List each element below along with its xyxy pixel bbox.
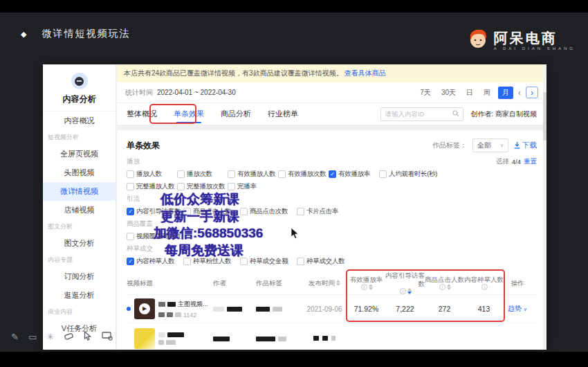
metric-checkbox-seeding-users[interactable]: 内容种草人数 <box>127 257 183 266</box>
table-row[interactable]: ▶ 主图视频... 1142 2021-09-06 71.92% 7,222 2… <box>127 295 537 323</box>
redacted-text <box>175 312 181 317</box>
quick-7days-button[interactable]: 7天 <box>417 87 434 99</box>
quick-day-button[interactable]: 日 <box>463 87 476 99</box>
checkbox-box <box>240 258 248 265</box>
col-product-clicks[interactable]: 商品点击人数i <box>425 276 464 290</box>
prev-period-button[interactable]: ‹ <box>518 88 521 98</box>
brand-name: 阿呆电商 <box>494 30 576 46</box>
metric-checkbox[interactable]: 人均观看时长(秒) <box>379 170 537 179</box>
settings-icon[interactable]: ✳ <box>46 332 54 343</box>
info-icon[interactable]: i <box>481 284 488 290</box>
screen-share-icon[interactable] <box>102 331 113 343</box>
metric-checkbox[interactable]: 卡片点击率 <box>297 207 537 216</box>
trend-link[interactable]: 趋势 ∨ <box>504 304 531 314</box>
sidebar: 内容分析 内容概况 短视频分析 全屏页视频 头图视频 微详情视频 店铺视频 图文… <box>43 64 116 350</box>
sidebar-item-subscription-analysis[interactable]: 订阅分析 <box>43 267 116 286</box>
metric-checkbox[interactable]: 有效播放人数 <box>228 170 278 179</box>
view-products-link[interactable]: 查看具体商品 <box>344 69 386 78</box>
sidebar-item-guangguang-analysis[interactable]: 逛逛分析 <box>43 286 116 305</box>
col-publish-date[interactable]: 发布时间 <box>302 279 347 287</box>
reset-link[interactable]: 重置 <box>524 157 537 166</box>
redacted-text <box>158 340 164 345</box>
scrollbar-thumb[interactable] <box>543 92 546 141</box>
quick-30days-button[interactable]: 30天 <box>439 87 459 99</box>
tab-industry-ranking[interactable]: 行业榜单 <box>268 103 298 125</box>
metric-checkbox[interactable]: 种草粉丝人数 <box>183 257 240 266</box>
seeding-users-value: 413 <box>464 305 504 313</box>
view-count: 1142 <box>183 312 196 319</box>
coverage-group-header: 商品覆盖 <box>127 220 537 229</box>
sidebar-item-image-text-analysis[interactable]: 图文分析 <box>43 234 116 253</box>
metric-checkbox[interactable]: 商品点击人数 <box>183 207 240 216</box>
pen-icon[interactable]: ✎ <box>11 332 19 343</box>
metric-checkbox[interactable]: 播放次数 <box>177 170 228 179</box>
date-range-value[interactable]: 2022-04-01 ~ 2022-04-30 <box>157 89 236 96</box>
sidebar-item-fullscreen-video[interactable]: 全屏页视频 <box>43 145 116 163</box>
col-content-visitors[interactable]: 内容引导访客数i <box>385 271 425 294</box>
metric-checkbox[interactable]: 完整播放人数 <box>127 182 177 191</box>
tabs-bar: 整体概况 单条效果 商品分析 行业榜单 创作者: 商家自制视频 <box>117 103 546 125</box>
search-input[interactable] <box>385 110 452 118</box>
conversion-metrics-row: 内容种草人数 种草粉丝人数 种草成交金额 种草成交人数 <box>127 257 537 266</box>
metric-checkbox[interactable]: 视频覆盖商品数 <box>127 232 183 241</box>
video-thumbnail[interactable] <box>134 328 155 349</box>
metric-checkbox[interactable]: 商品点击次数 <box>240 207 297 216</box>
eraser-icon[interactable] <box>64 331 74 343</box>
checkbox-box <box>127 208 134 215</box>
next-period-button[interactable]: › <box>526 87 538 98</box>
coverage-metrics-row: 视频覆盖商品数 <box>127 232 537 241</box>
tab-single-item-effect[interactable]: 单条效果 <box>174 103 204 125</box>
sort-icon[interactable] <box>447 284 451 290</box>
table-row-partial[interactable] <box>127 323 537 350</box>
panel-title: 单条效果 <box>127 140 160 152</box>
sort-icon-active[interactable] <box>407 288 412 294</box>
sidebar-item-shop-video[interactable]: 店铺视频 <box>43 201 116 220</box>
sidebar-title: 内容分析 <box>43 93 116 111</box>
sort-icon[interactable] <box>336 280 340 286</box>
video-thumbnail[interactable]: ▶ <box>134 298 155 319</box>
metric-checkbox-effective-play-rate[interactable]: 有效播放率 <box>329 170 379 179</box>
metric-checkbox[interactable]: 完整播放次数 <box>177 182 228 191</box>
panel-header-controls: 作品标签： 全部 ∨ 下载 <box>432 138 537 152</box>
sidebar-item-content-overview[interactable]: 内容概况 <box>43 111 116 130</box>
content-analysis-icon <box>71 73 88 89</box>
letterbox-top <box>0 0 588 12</box>
video-title[interactable]: 主图视频... <box>178 300 208 309</box>
coverage-group-label: 商品覆盖 <box>127 220 153 229</box>
whiteboard-icon[interactable]: ▭ <box>28 332 37 343</box>
tab-overall-overview[interactable]: 整体概况 <box>127 103 157 125</box>
work-tag-label: 作品标签： <box>432 141 467 150</box>
metric-checkbox[interactable]: 播放人数 <box>127 170 177 179</box>
cursor-select-icon[interactable] <box>84 331 92 343</box>
brand-logo: 阿呆电商 A DAI DIAN SHANG <box>468 28 576 53</box>
search-icon[interactable] <box>452 110 459 118</box>
scrollbar[interactable] <box>543 64 546 350</box>
col-effective-play-rate[interactable]: 有效播放率i <box>347 276 385 290</box>
work-tag-value: 全部 <box>477 141 491 150</box>
tab-product-analysis[interactable]: 商品分析 <box>221 103 251 125</box>
metric-checkbox[interactable]: 种草成交金额 <box>240 257 297 266</box>
info-icon[interactable]: i <box>361 284 367 290</box>
creator-filter-label[interactable]: 创作者: 商家自制视频 <box>470 109 537 119</box>
chevron-down-icon: ∨ <box>500 143 504 148</box>
info-icon[interactable]: i <box>439 284 445 290</box>
info-icon[interactable]: i <box>400 288 406 294</box>
checkbox-box <box>183 258 191 265</box>
metric-checkbox-content-visitors[interactable]: 内容引导访客数 <box>127 207 183 216</box>
metric-checkbox[interactable]: 种草成交人数 <box>297 257 537 266</box>
metric-checkbox[interactable]: 完播率 <box>228 182 278 191</box>
sidebar-item-micro-detail-video[interactable]: 微详情视频 <box>43 182 116 201</box>
redacted-text <box>158 332 165 337</box>
work-tag-select[interactable]: 全部 ∨ <box>472 138 508 152</box>
conversion-group-header: 种草成交 <box>127 244 537 253</box>
download-button[interactable]: 下载 <box>514 141 537 150</box>
col-seeding-users[interactable]: 内容种草人数i <box>464 276 504 290</box>
author-cell <box>213 334 256 343</box>
metric-checkbox[interactable]: 有效播放次数 <box>278 170 329 179</box>
presentation-slide: ◆ 微详情短视频玩法 阿呆电商 A DAI DIAN SHANG 内容分析 内容… <box>0 12 588 352</box>
traffic-group-label: 引流 <box>127 195 140 204</box>
sidebar-item-header-video[interactable]: 头图视频 <box>43 163 116 182</box>
quick-month-button[interactable]: 月 <box>498 87 513 99</box>
sort-icon[interactable] <box>369 284 373 290</box>
quick-week-button[interactable]: 周 <box>481 87 493 99</box>
